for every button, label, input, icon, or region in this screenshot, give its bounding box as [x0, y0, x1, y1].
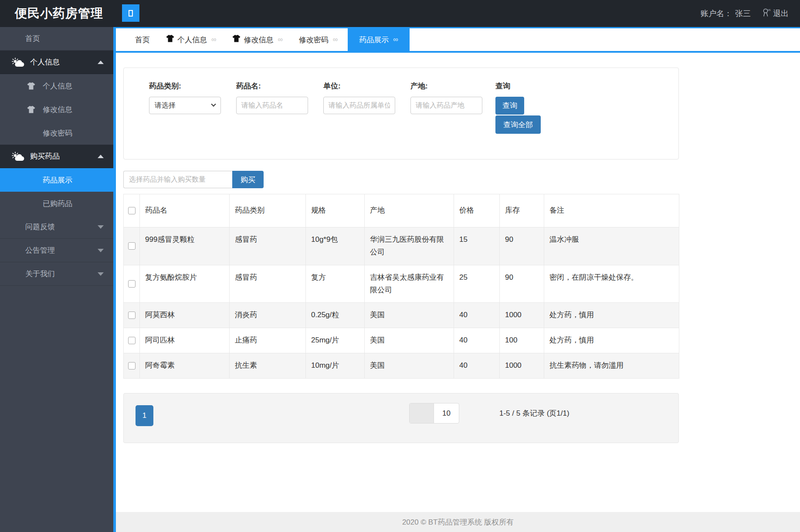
- sidebar-item-label: 购买药品: [30, 151, 60, 161]
- logout-label: 退出: [773, 8, 789, 19]
- tab-首页[interactable]: 首页: [129, 28, 156, 51]
- page-footer: 2020 © BT药品管理系统 版权所有: [116, 512, 800, 532]
- cell-价格: 40: [454, 328, 500, 353]
- cell-备注: 抗生素药物，请勿滥用: [544, 353, 679, 379]
- drug-unit-input[interactable]: [323, 97, 395, 114]
- table-row: 阿奇霉素抗生素10mg/片美国401000抗生素药物，请勿滥用: [124, 353, 679, 379]
- sidebar-toggle-button[interactable]: [122, 4, 139, 22]
- row-select-cell: [124, 328, 140, 353]
- drug-origin-input[interactable]: [410, 97, 482, 114]
- tab-修改信息[interactable]: 修改信息∞: [226, 28, 288, 51]
- record-summary: 1-5 / 5 条记录 (页1/1): [499, 408, 569, 418]
- cell-价格: 40: [454, 353, 500, 379]
- sidebar-item-公告管理-9[interactable]: 公告管理: [0, 239, 113, 262]
- row-checkbox[interactable]: [128, 312, 136, 319]
- sidebar-item-label: 公告管理: [25, 245, 55, 255]
- cell-库存: 90: [500, 227, 544, 265]
- sidebar-item-个人信息-1[interactable]: 个人信息: [0, 51, 113, 74]
- row-select-cell: [124, 353, 140, 379]
- cell-备注: 密闭，在阴凉干燥处保存。: [544, 265, 679, 303]
- app-header: 便民小药房管理 账户名： 张三 vs 退出: [0, 0, 800, 27]
- tab-修改密码[interactable]: 修改密码∞: [293, 28, 344, 51]
- tab-bar: 首页 个人信息∞ 修改信息∞修改密码∞药品展示∞: [116, 27, 800, 53]
- sidebar-item-label: 个人信息: [30, 57, 60, 67]
- cell-价格: 15: [454, 227, 500, 265]
- caret-up-icon: [98, 61, 104, 64]
- tab-label: 药品展示: [359, 35, 389, 45]
- tab-close-icon[interactable]: ∞: [393, 36, 398, 44]
- filter-origin: 产地:: [410, 81, 495, 134]
- drug-table-body: 999感冒灵颗粒感冒药10g*9包华润三九医药股份有限公司1590温水冲服复方氨…: [124, 227, 679, 378]
- select-all-checkbox[interactable]: [128, 207, 136, 214]
- column-header-价格: 价格: [454, 194, 500, 227]
- row-checkbox[interactable]: [128, 337, 136, 344]
- column-header-药品类别: 药品类别: [230, 194, 306, 227]
- sidebar: 首页 个人信息 个人信息 修改信息修改密码 购买药品药品展示已购药品问题反馈公告…: [0, 27, 113, 532]
- tab-close-icon[interactable]: ∞: [333, 36, 338, 44]
- sidebar-item-关于我们-10[interactable]: 关于我们: [0, 262, 113, 286]
- page-size-selector-handle: [410, 403, 434, 423]
- chevron-down-icon: [211, 102, 216, 107]
- sidebar-item-label: 首页: [25, 34, 40, 44]
- sidebar-item-购买药品-5[interactable]: 购买药品: [0, 145, 113, 168]
- query-all-button[interactable]: 查询全部: [495, 115, 541, 134]
- body-row: 首页 个人信息 个人信息 修改信息修改密码 购买药品药品展示已购药品问题反馈公告…: [0, 27, 800, 532]
- cell-产地: 美国: [365, 328, 454, 353]
- content-area: 药品类别: 请选择 药品名: 单位:: [116, 53, 800, 512]
- row-checkbox[interactable]: [128, 280, 136, 288]
- sidebar-item-修改信息-3[interactable]: 修改信息: [0, 98, 113, 121]
- tshirt-icon: [232, 35, 241, 44]
- sidebar-item-已购药品-7[interactable]: 已购药品: [0, 192, 113, 215]
- tab-label: 个人信息: [177, 35, 207, 45]
- cell-备注: 温水冲服: [544, 227, 679, 265]
- page-size-selector[interactable]: 10: [409, 403, 459, 424]
- row-checkbox[interactable]: [128, 362, 136, 369]
- cell-库存: 1000: [500, 353, 544, 379]
- caret-up-icon: [98, 155, 104, 158]
- table-row: 999感冒灵颗粒感冒药10g*9包华润三九医药股份有限公司1590温水冲服: [124, 227, 679, 265]
- account-name: 张三: [735, 8, 751, 19]
- cell-产地: 华润三九医药股份有限公司: [365, 227, 454, 265]
- category-select-value: 请选择: [155, 101, 176, 110]
- cell-产地: 美国: [365, 353, 454, 379]
- pagination-bar: 1 10 1-5 / 5 条记录 (页1/1): [123, 393, 679, 443]
- cell-库存: 100: [500, 328, 544, 353]
- sidebar-item-label: 药品展示: [43, 175, 72, 185]
- query-button[interactable]: 查询: [495, 97, 524, 115]
- category-select[interactable]: 请选择: [149, 97, 221, 114]
- buy-button[interactable]: 购买: [232, 171, 264, 188]
- sidebar-item-个人信息-2[interactable]: 个人信息: [0, 74, 113, 98]
- tab-close-icon[interactable]: ∞: [278, 36, 282, 44]
- drug-table: 药品名药品类别规格产地价格库存备注 999感冒灵颗粒感冒药10g*9包华润三九医…: [123, 194, 679, 379]
- row-checkbox[interactable]: [128, 242, 136, 250]
- tab-药品展示[interactable]: 药品展示∞: [348, 28, 409, 51]
- logout-link[interactable]: vs 退出: [762, 8, 789, 19]
- page-1-button[interactable]: 1: [136, 405, 153, 426]
- sidebar-item-label: 已购药品: [43, 199, 72, 209]
- sidebar-item-问题反馈-8[interactable]: 问题反馈: [0, 215, 113, 239]
- cell-库存: 1000: [500, 303, 544, 328]
- column-header-备注: 备注: [544, 194, 679, 227]
- tab-label: 修改密码: [299, 35, 329, 45]
- purchase-quantity-input[interactable]: [123, 171, 232, 188]
- column-header-药品名: 药品名: [140, 194, 230, 227]
- cell-规格: 0.25g/粒: [306, 303, 365, 328]
- medal-icon: vs: [762, 8, 771, 19]
- pharmacy-admin-page: 便民小药房管理 账户名： 张三 vs 退出 首页 个人信息 个人信息 修改信息: [0, 0, 800, 532]
- cell-药品名: 阿莫西林: [140, 303, 230, 328]
- tab-个人信息[interactable]: 个人信息∞: [160, 28, 222, 51]
- cell-规格: 复方: [306, 265, 365, 303]
- filter-unit: 单位:: [323, 81, 410, 134]
- sidebar-item-修改密码-4[interactable]: 修改密码: [0, 121, 113, 145]
- tab-close-icon[interactable]: ∞: [211, 36, 216, 44]
- sidebar-item-label: 问题反馈: [25, 222, 55, 232]
- cell-药品名: 复方氨酚烷胺片: [140, 265, 230, 303]
- table-row: 阿司匹林止痛药25mg/片美国40100处方药，慎用: [124, 328, 679, 353]
- cell-药品名: 阿司匹林: [140, 328, 230, 353]
- cell-产地: 美国: [365, 303, 454, 328]
- page-size-value: 10: [434, 403, 459, 423]
- sidebar-item-首页-0[interactable]: 首页: [0, 27, 113, 51]
- sidebar-item-药品展示-6[interactable]: 药品展示: [0, 168, 113, 192]
- drug-name-input[interactable]: [236, 97, 308, 114]
- column-header-规格: 规格: [306, 194, 365, 227]
